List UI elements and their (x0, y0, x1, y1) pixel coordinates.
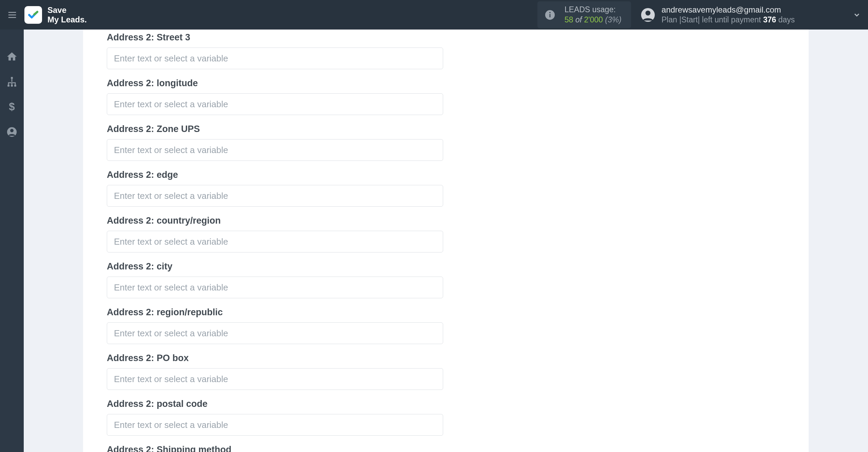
svg-rect-8 (11, 77, 13, 79)
sitemap-icon (6, 76, 18, 88)
logo-mark (24, 6, 42, 24)
main: Address 2: Street 3 Address 2: longitude… (24, 30, 868, 452)
account-email: andrewsavemyleads@gmail.com (662, 5, 795, 15)
content-card: Address 2: Street 3 Address 2: longitude… (83, 30, 809, 452)
plan-days: 376 (763, 15, 776, 24)
field-label: Address 2: postal code (107, 399, 809, 409)
field-input-address2-edge[interactable] (107, 185, 443, 207)
svg-rect-4 (550, 14, 551, 17)
usage-used: 58 (565, 15, 573, 24)
field-label: Address 2: PO box (107, 353, 809, 363)
usage-total: 2'000 (584, 15, 603, 24)
usage-of: of (575, 15, 582, 24)
field-input-address2-postal-code[interactable] (107, 414, 443, 436)
account-block[interactable]: andrewsavemyleads@gmail.com Plan |Start|… (640, 5, 795, 25)
account-plan: Plan |Start| left until payment 376 days (662, 15, 795, 25)
svg-rect-10 (11, 85, 13, 87)
account-text: andrewsavemyleads@gmail.com Plan |Start|… (662, 5, 795, 25)
plan-prefix: Plan |Start| left until payment (662, 15, 761, 24)
field-address2-longitude: Address 2: longitude (107, 78, 809, 115)
svg-rect-11 (14, 85, 16, 87)
field-label: Address 2: region/republic (107, 307, 809, 318)
usage-values: 58 of 2'000 (3%) (565, 15, 622, 25)
logo[interactable]: Save My Leads. (24, 5, 87, 24)
leads-usage-box[interactable]: LEADS usage: 58 of 2'000 (3%) (537, 1, 631, 29)
field-address2-city: Address 2: city (107, 261, 809, 298)
logo-text: Save My Leads. (47, 5, 87, 24)
field-input-address2-region-republic[interactable] (107, 322, 443, 344)
field-address2-shipping-method: Address 2: Shipping method - not selecte… (107, 445, 809, 452)
dollar-icon: $ (6, 101, 18, 113)
field-label: Address 2: Street 3 (107, 32, 809, 43)
field-label: Address 2: edge (107, 170, 809, 180)
field-label: Address 2: country/region (107, 215, 809, 226)
field-label: Address 2: Zone UPS (107, 124, 809, 134)
field-label: Address 2: longitude (107, 78, 809, 89)
logo-line2: My Leads. (47, 15, 87, 24)
field-input-address2-po-box[interactable] (107, 368, 443, 390)
field-address2-country-region: Address 2: country/region (107, 215, 809, 252)
plan-days-suffix: days (778, 15, 795, 24)
avatar-icon (640, 7, 655, 22)
sidebar-item-connections[interactable] (5, 75, 19, 89)
field-label: Address 2: Shipping method (107, 445, 809, 452)
info-icon (543, 8, 557, 22)
sidebar-item-home[interactable] (5, 50, 19, 63)
checkmark-icon (27, 9, 39, 21)
logo-line1: Save (47, 5, 66, 15)
svg-rect-9 (7, 85, 9, 87)
header: Save My Leads. LEADS usage: 58 of 2'000 … (0, 0, 868, 30)
field-address2-region-republic: Address 2: region/republic (107, 307, 809, 344)
svg-point-14 (10, 129, 14, 132)
field-address2-zone-ups: Address 2: Zone UPS (107, 124, 809, 161)
hamburger-icon (7, 10, 17, 20)
field-input-address2-zone-ups[interactable] (107, 139, 443, 161)
field-input-address2-country-region[interactable] (107, 231, 443, 252)
field-input-address2-longitude[interactable] (107, 93, 443, 115)
header-right: LEADS usage: 58 of 2'000 (3%) andrewsave… (537, 1, 862, 29)
menu-button[interactable] (6, 9, 18, 21)
sidebar-item-account[interactable] (5, 125, 19, 139)
usage-label: LEADS usage: (565, 5, 622, 15)
usage-text: LEADS usage: 58 of 2'000 (3%) (565, 5, 622, 25)
field-address2-po-box: Address 2: PO box (107, 353, 809, 390)
account-chevron[interactable] (852, 10, 862, 20)
svg-point-5 (549, 12, 551, 13)
usage-pct: (3%) (605, 15, 622, 24)
field-input-address2-street3[interactable] (107, 48, 443, 69)
user-icon (6, 126, 18, 138)
svg-point-7 (646, 11, 651, 16)
field-address2-postal-code: Address 2: postal code (107, 399, 809, 436)
field-label: Address 2: city (107, 261, 809, 272)
field-input-address2-city[interactable] (107, 277, 443, 298)
sidebar-item-billing[interactable]: $ (5, 100, 19, 114)
sidebar: $ (0, 30, 24, 452)
chevron-down-icon (853, 11, 861, 19)
svg-text:$: $ (9, 101, 15, 113)
form-area: Address 2: Street 3 Address 2: longitude… (83, 30, 809, 452)
field-address2-street3: Address 2: Street 3 (107, 32, 809, 69)
home-icon (6, 51, 18, 62)
field-address2-edge: Address 2: edge (107, 170, 809, 207)
